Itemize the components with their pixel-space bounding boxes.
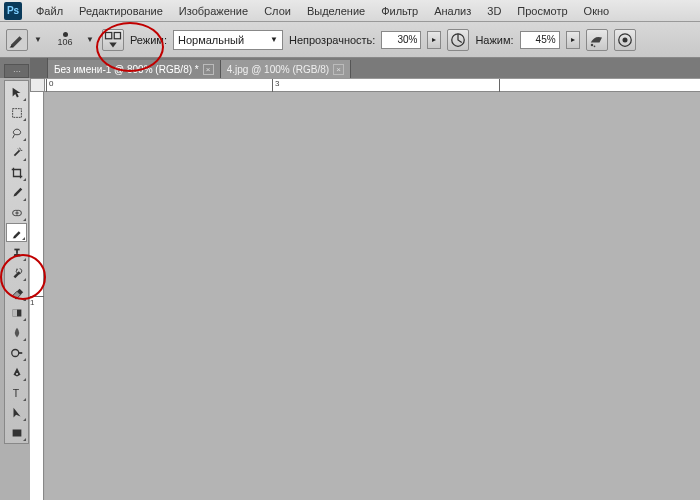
magic-wand-tool[interactable]: [6, 143, 27, 162]
tablet-opacity-toggle[interactable]: [447, 29, 469, 51]
chevron-down-icon[interactable]: ▼: [34, 35, 44, 44]
blend-mode-value: Нормальный: [178, 34, 244, 46]
document-canvas[interactable]: [45, 92, 700, 500]
lasso-tool[interactable]: [6, 123, 27, 142]
document-tab-label: Без имени-1 @ 800% (RGB/8) *: [54, 64, 199, 75]
close-icon[interactable]: ×: [333, 64, 344, 75]
ruler-vertical[interactable]: 1: [30, 92, 44, 500]
healing-brush-tool[interactable]: [6, 203, 27, 222]
svg-rect-0: [106, 32, 112, 38]
svg-point-6: [622, 37, 627, 42]
document-tab-active[interactable]: Без имени-1 @ 800% (RGB/8) * ×: [48, 60, 221, 78]
svg-point-3: [590, 43, 593, 46]
opacity-flyout[interactable]: ▸: [427, 31, 441, 49]
airbrush-icon: [587, 30, 607, 50]
blend-mode-select[interactable]: Нормальный ▼: [173, 30, 283, 50]
menu-image[interactable]: Изображение: [171, 5, 256, 17]
svg-point-14: [16, 373, 18, 375]
ruler-tick: 3: [272, 79, 279, 93]
menu-select[interactable]: Выделение: [299, 5, 373, 17]
gradient-tool[interactable]: [6, 303, 27, 322]
svg-point-13: [11, 349, 18, 356]
tools-panel-grip[interactable]: ⋯: [4, 64, 29, 78]
mode-label: Режим:: [130, 34, 167, 46]
brush-panel-toggle[interactable]: [102, 29, 124, 51]
app-logo: Ps: [4, 2, 22, 20]
svg-rect-16: [12, 429, 21, 436]
tablet-pressure-size-icon: [615, 30, 635, 50]
type-tool[interactable]: T: [6, 383, 27, 402]
move-tool[interactable]: [6, 83, 27, 102]
menu-view[interactable]: Просмотр: [509, 5, 575, 17]
tablet-pressure-icon: [448, 30, 468, 50]
menu-file[interactable]: Файл: [28, 5, 71, 17]
crop-tool[interactable]: [6, 163, 27, 182]
menu-layer[interactable]: Слои: [256, 5, 299, 17]
svg-rect-10: [14, 248, 19, 250]
blur-tool[interactable]: [6, 323, 27, 342]
collapse-icon: ⋯: [13, 67, 21, 76]
airbrush-toggle[interactable]: [586, 29, 608, 51]
brush-tool[interactable]: [6, 223, 27, 242]
ruler-horizontal[interactable]: 0 3: [45, 78, 700, 92]
brush-panel-icon: [103, 30, 123, 50]
ruler-tick: 1: [30, 296, 44, 307]
flow-input[interactable]: 45%: [520, 31, 560, 49]
menu-3d[interactable]: 3D: [479, 5, 509, 17]
flow-flyout[interactable]: ▸: [566, 31, 580, 49]
document-tab[interactable]: 4.jpg @ 100% (RGB/8) ×: [221, 60, 351, 78]
document-tab-strip: Без имени-1 @ 800% (RGB/8) * × 4.jpg @ 1…: [0, 58, 700, 78]
brush-preset-picker[interactable]: 106: [50, 25, 80, 55]
document-tab-label: 4.jpg @ 100% (RGB/8): [227, 64, 329, 75]
opacity-label: Непрозрачность:: [289, 34, 375, 46]
chevron-down-icon: ▼: [270, 35, 278, 44]
brush-icon: [7, 30, 27, 50]
options-bar: ▼ 106 ▼ Режим: Нормальный ▼ Непрозрачнос…: [0, 22, 700, 58]
chevron-down-icon[interactable]: ▼: [86, 35, 96, 44]
marquee-tool[interactable]: [6, 103, 27, 122]
menu-filter[interactable]: Фильтр: [373, 5, 426, 17]
close-icon[interactable]: ×: [203, 64, 214, 75]
flow-label: Нажим:: [475, 34, 513, 46]
opacity-input[interactable]: 30%: [381, 31, 421, 49]
brush-size-label: 106: [57, 37, 72, 47]
menu-analysis[interactable]: Анализ: [426, 5, 479, 17]
tab-shelf: [30, 58, 48, 78]
pen-tool[interactable]: [6, 363, 27, 382]
ruler-origin[interactable]: [30, 78, 45, 92]
eraser-tool[interactable]: [6, 283, 27, 302]
tool-preset-picker[interactable]: [6, 29, 28, 51]
clone-stamp-tool[interactable]: [6, 243, 27, 262]
menu-edit[interactable]: Редактирование: [71, 5, 171, 17]
svg-rect-1: [114, 32, 120, 38]
tools-panel: T: [4, 80, 29, 444]
history-brush-tool[interactable]: [6, 263, 27, 282]
ruler-tick: [499, 79, 502, 93]
svg-point-4: [593, 45, 595, 47]
shape-tool[interactable]: [6, 423, 27, 442]
svg-text:T: T: [12, 386, 19, 398]
svg-rect-7: [12, 108, 21, 117]
menu-window[interactable]: Окно: [576, 5, 618, 17]
menu-bar: Ps Файл Редактирование Изображение Слои …: [0, 0, 700, 22]
path-selection-tool[interactable]: [6, 403, 27, 422]
svg-rect-12: [12, 309, 16, 316]
ruler-tick: 0: [46, 79, 53, 93]
dodge-tool[interactable]: [6, 343, 27, 362]
eyedropper-tool[interactable]: [6, 183, 27, 202]
tablet-size-toggle[interactable]: [614, 29, 636, 51]
